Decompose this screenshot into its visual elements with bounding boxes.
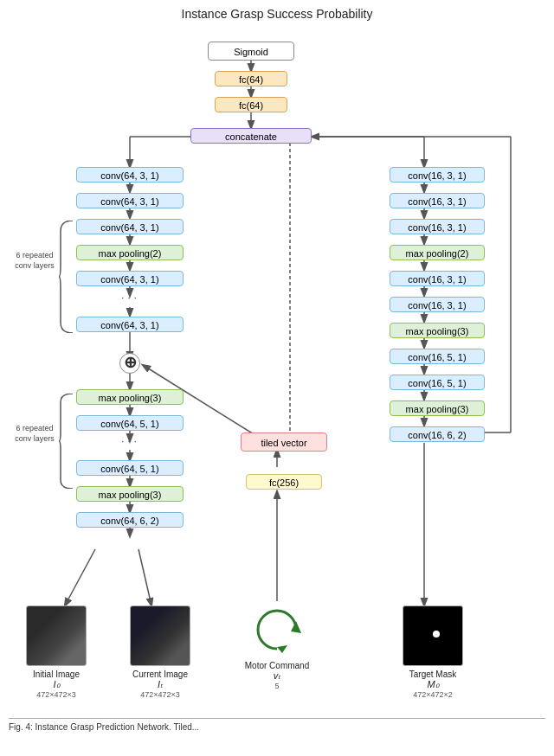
sigmoid-box: Sigmoid <box>208 42 294 61</box>
left-conv-2: conv(64, 3, 1) <box>76 193 184 208</box>
target-mask-col: Target Mask M₀ 472×472×2 <box>394 605 472 699</box>
right-conv-1: conv(16, 3, 1) <box>390 167 485 183</box>
right-conv-5: conv(16, 3, 1) <box>390 297 485 312</box>
motor-arrow-svg <box>251 605 303 657</box>
left-dots-2: · · · <box>121 434 137 447</box>
current-image-title: Current Image <box>121 670 199 679</box>
right-conv-8: conv(16, 6, 2) <box>390 426 485 442</box>
svg-marker-41 <box>291 621 301 633</box>
right-conv-7: conv(16, 5, 1) <box>390 375 485 390</box>
svg-marker-42 <box>277 645 287 653</box>
concatenate-box: concatenate <box>190 128 312 144</box>
right-conv-3: conv(16, 3, 1) <box>390 219 485 234</box>
diagram-container: Instance Grasp Success Probability <box>0 0 554 17</box>
tiled-vector-box: tiled vector <box>241 432 327 452</box>
svg-line-22 <box>138 549 151 605</box>
current-image-size: 472×472×3 <box>121 690 199 699</box>
left-conv-5: conv(64, 3, 1) <box>76 317 184 332</box>
current-image-thumbnail <box>130 605 190 666</box>
initial-image-size: 472×472×3 <box>17 690 95 699</box>
target-mask-title: Target Mask <box>394 670 472 679</box>
six-repeated-bottom-label: 6 repeatedconv layers <box>12 424 57 444</box>
right-maxpool-2: max pooling(2) <box>390 245 485 260</box>
left-conv-6: conv(64, 5, 1) <box>76 415 184 431</box>
right-maxpool-3-1: max pooling(3) <box>390 323 485 338</box>
brace-top-svg <box>57 221 74 333</box>
target-mask-label: M₀ <box>394 679 472 690</box>
motor-command-title: Motor Command <box>238 661 316 670</box>
current-image-col: Current Image Iₜ 472×472×3 <box>121 605 199 699</box>
right-conv-2: conv(16, 3, 1) <box>390 193 485 208</box>
target-mask-thumbnail <box>403 605 463 666</box>
motor-command-label: vₜ <box>238 670 316 682</box>
right-maxpool-3-2: max pooling(3) <box>390 400 485 416</box>
footer-text: Fig. 4: Instance Grasp Prediction Networ… <box>9 718 545 732</box>
left-maxpool-3-top: max pooling(3) <box>76 389 184 405</box>
motor-command-col: Motor Command vₜ 5 <box>238 605 316 690</box>
initial-image-label: I₀ <box>17 679 95 690</box>
initial-image-thumbnail <box>26 605 87 666</box>
svg-line-21 <box>65 549 95 605</box>
right-conv-6: conv(16, 5, 1) <box>390 349 485 364</box>
left-conv-4: conv(64, 3, 1) <box>76 271 184 286</box>
left-maxpool-3-bot: max pooling(3) <box>76 486 184 502</box>
six-repeated-top-label: 6 repeatedconv layers <box>12 251 57 271</box>
brace-bottom-svg <box>57 394 74 489</box>
left-maxpool-2: max pooling(2) <box>76 245 184 260</box>
plus-symbol: ⊕ <box>119 353 140 374</box>
fc64-2-box: fc(64) <box>215 97 287 112</box>
current-image-label: Iₜ <box>121 679 199 690</box>
initial-image-title: Initial Image <box>17 670 95 679</box>
motor-command-size: 5 <box>238 682 316 690</box>
fc256-box: fc(256) <box>246 474 322 490</box>
fc64-1-box: fc(64) <box>215 71 287 86</box>
left-dots-1: · · · <box>121 291 137 304</box>
left-conv-3: conv(64, 3, 1) <box>76 219 184 234</box>
initial-image-col: Initial Image I₀ 472×472×3 <box>17 605 95 699</box>
left-conv-1: conv(64, 3, 1) <box>76 167 184 183</box>
left-conv-7: conv(64, 5, 1) <box>76 460 184 476</box>
target-mask-size: 472×472×2 <box>394 690 472 699</box>
diagram-title: Instance Grasp Success Probability <box>0 7 554 21</box>
right-conv-4: conv(16, 3, 1) <box>390 271 485 286</box>
left-conv-8: conv(64, 6, 2) <box>76 512 184 528</box>
